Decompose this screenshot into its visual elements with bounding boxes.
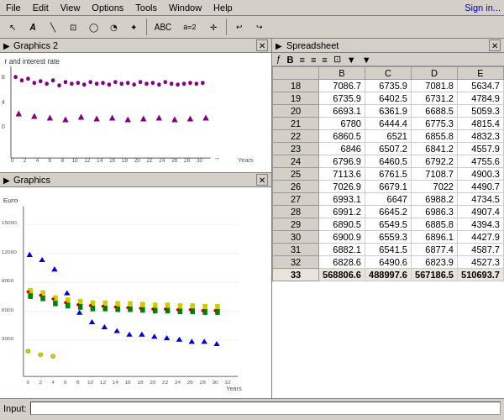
cell-e[interactable]: 5059.3: [458, 105, 504, 118]
cell-c[interactable]: 6645.2: [365, 206, 412, 218]
cell-b[interactable]: 7086.7: [319, 80, 365, 92]
menu-help[interactable]: Help: [211, 2, 235, 13]
text-tool-btn[interactable]: A: [24, 18, 42, 36]
cell-b[interactable]: 6780: [319, 118, 365, 130]
cell-d[interactable]: 6885.8: [412, 218, 458, 231]
bold-btn[interactable]: B: [285, 55, 297, 65]
cell-d[interactable]: 6841.2: [412, 143, 458, 155]
cell-d[interactable]: 6775.3: [412, 118, 458, 130]
line-tool-btn[interactable]: ╲: [44, 18, 62, 36]
ellipse-tool-btn[interactable]: ◯: [84, 18, 102, 36]
cell-c[interactable]: 6761.5: [365, 168, 412, 181]
cell-c[interactable]: 488997.6: [365, 269, 412, 281]
undo-btn[interactable]: ↩: [230, 18, 249, 36]
align-right-btn[interactable]: ≡: [319, 55, 329, 65]
cell-e[interactable]: 4832.3: [458, 130, 504, 143]
cell-b[interactable]: 6993.1: [319, 193, 365, 206]
cell-b[interactable]: 6693.1: [319, 105, 365, 118]
arc-tool-btn[interactable]: ◔: [104, 18, 123, 36]
col-header-e[interactable]: E: [458, 67, 504, 80]
dropdown1-btn[interactable]: ▼: [344, 55, 359, 65]
input-field[interactable]: [30, 402, 501, 415]
cell-e[interactable]: 510693.7: [458, 269, 504, 281]
cell-e[interactable]: 4527.3: [458, 256, 504, 269]
formula-bar-btn[interactable]: ƒ: [274, 55, 284, 64]
cell-b[interactable]: 6890.5: [319, 218, 365, 231]
cell-e[interactable]: 4587.7: [458, 244, 504, 256]
menu-view[interactable]: View: [58, 2, 83, 13]
graphics2-close-btn[interactable]: ✕: [256, 39, 268, 51]
cell-e[interactable]: 4815.4: [458, 118, 504, 130]
cell-c[interactable]: 6549.5: [365, 218, 412, 231]
cell-e[interactable]: 4490.7: [458, 181, 504, 193]
cell-c[interactable]: 6490.6: [365, 256, 412, 269]
merge-btn[interactable]: ⊡: [331, 54, 344, 65]
redo-btn[interactable]: ↪: [250, 18, 269, 36]
cell-d[interactable]: 6792.2: [412, 155, 458, 168]
cell-e[interactable]: 4394.3: [458, 218, 504, 231]
col-header-d[interactable]: D: [412, 67, 458, 80]
scatter-tool-btn[interactable]: ✦: [124, 18, 143, 36]
cell-e[interactable]: 4900.3: [458, 168, 504, 181]
menu-window[interactable]: Window: [166, 2, 204, 13]
cell-e[interactable]: 4427.9: [458, 231, 504, 244]
cell-d[interactable]: 567186.5: [412, 269, 458, 281]
spreadsheet-close-btn[interactable]: ✕: [489, 39, 501, 51]
expand-icon[interactable]: ▶: [3, 41, 12, 50]
cell-e[interactable]: 4557.9: [458, 143, 504, 155]
cell-b[interactable]: 6900.9: [319, 231, 365, 244]
cell-c[interactable]: 6559.3: [365, 231, 412, 244]
col-header-c[interactable]: C: [365, 67, 412, 80]
col-header-b[interactable]: B: [319, 67, 365, 80]
graphics1-close-btn[interactable]: ✕: [256, 174, 268, 186]
cell-b[interactable]: 6828.6: [319, 256, 365, 269]
menu-edit[interactable]: Edit: [30, 2, 51, 13]
cell-b[interactable]: 6796.9: [319, 155, 365, 168]
spreadsheet-table-wrapper[interactable]: B C D E 187086.76735.97081.85634.7196735…: [272, 66, 504, 398]
cell-b[interactable]: 6991.2: [319, 206, 365, 218]
cell-c[interactable]: 6735.9: [365, 80, 412, 92]
cell-b[interactable]: 6860.5: [319, 130, 365, 143]
move-btn[interactable]: ✛: [204, 18, 223, 36]
cell-e[interactable]: 4734.5: [458, 193, 504, 206]
cell-d[interactable]: 6877.4: [412, 244, 458, 256]
cell-c[interactable]: 6679.1: [365, 181, 412, 193]
cell-d[interactable]: 6823.9: [412, 256, 458, 269]
cell-d[interactable]: 6986.3: [412, 206, 458, 218]
cell-e[interactable]: 4907.4: [458, 206, 504, 218]
cell-d[interactable]: 6988.2: [412, 193, 458, 206]
cell-c[interactable]: 6444.4: [365, 118, 412, 130]
cell-d[interactable]: 6731.2: [412, 92, 458, 105]
cell-d[interactable]: 6855.8: [412, 130, 458, 143]
menu-file[interactable]: File: [3, 2, 24, 13]
align-center-btn[interactable]: ≡: [308, 55, 318, 65]
cell-c[interactable]: 6402.5: [365, 92, 412, 105]
cell-d[interactable]: 7022: [412, 181, 458, 193]
menu-options[interactable]: Options: [89, 2, 126, 13]
cell-e[interactable]: 4784.9: [458, 92, 504, 105]
expand-icon2[interactable]: ▶: [3, 176, 12, 185]
cell-c[interactable]: 6507.2: [365, 143, 412, 155]
rect-tool-btn[interactable]: ⊡: [64, 18, 82, 36]
cell-b[interactable]: 568806.6: [319, 269, 365, 281]
dropdown2-btn[interactable]: ▼: [360, 55, 374, 65]
cell-c[interactable]: 6521: [365, 130, 412, 143]
cell-e[interactable]: 5634.7: [458, 80, 504, 92]
align-left-btn[interactable]: ≡: [297, 55, 307, 65]
sign-in-link[interactable]: Sign in...: [465, 3, 501, 13]
cell-d[interactable]: 7108.7: [412, 168, 458, 181]
cell-b[interactable]: 6735.9: [319, 92, 365, 105]
menu-tools[interactable]: Tools: [133, 2, 160, 13]
cell-b[interactable]: 6846: [319, 143, 365, 155]
cell-d[interactable]: 6688.5: [412, 105, 458, 118]
cell-c[interactable]: 6361.9: [365, 105, 412, 118]
cell-d[interactable]: 6896.1: [412, 231, 458, 244]
cell-b[interactable]: 7026.9: [319, 181, 365, 193]
cell-d[interactable]: 7081.8: [412, 80, 458, 92]
cell-b[interactable]: 7113.6: [319, 168, 365, 181]
cell-c[interactable]: 6460.5: [365, 155, 412, 168]
abc-btn[interactable]: ABC: [150, 18, 176, 36]
cell-b[interactable]: 6882.1: [319, 244, 365, 256]
formula-btn[interactable]: a=2: [177, 18, 202, 36]
cell-c[interactable]: 6541.5: [365, 244, 412, 256]
